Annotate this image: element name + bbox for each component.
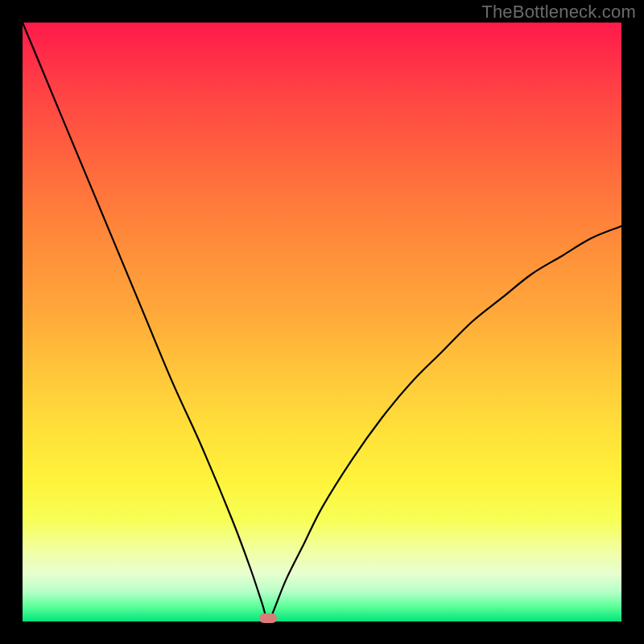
- bottleneck-curve: [23, 23, 621, 621]
- minimum-marker: [259, 613, 277, 623]
- watermark-text: TheBottleneck.com: [481, 2, 636, 23]
- chart-frame: TheBottleneck.com: [0, 0, 644, 644]
- curve-path: [23, 23, 621, 621]
- plot-area: [23, 23, 621, 621]
